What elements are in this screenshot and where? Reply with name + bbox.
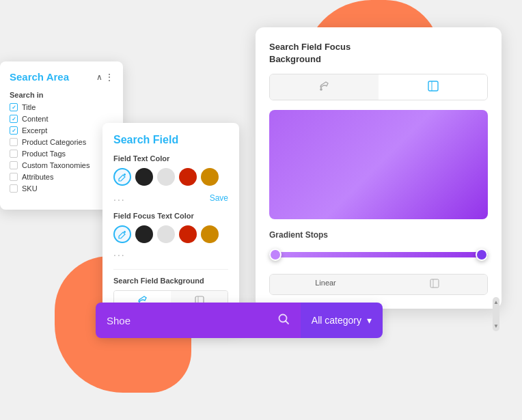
checkbox-title-label: Title <box>22 103 36 111</box>
collapse-icon[interactable]: ∧ <box>96 72 102 82</box>
checkbox-sku-label: SKU <box>22 184 38 193</box>
more-dots[interactable]: ··· <box>113 194 126 205</box>
search-input-text: Shoe <box>107 315 271 326</box>
focus-more-dots[interactable]: ··· <box>113 249 126 260</box>
gradient-stops-label: Gradient Stops <box>269 230 488 240</box>
check-title <box>10 103 18 111</box>
search-bar-overlay: Shoe All category ▾ <box>96 303 383 338</box>
search-area-title: Search Area <box>10 71 69 83</box>
panel-header: Search Area ∧ ⋮ <box>10 71 113 83</box>
focus-color-light[interactable] <box>157 225 175 243</box>
svg-line-11 <box>286 321 288 324</box>
field-text-color-label: Field Text Color <box>113 154 228 163</box>
linear-toggle-row: Linear <box>269 274 488 295</box>
search-field-panel: Search Field Field Text Color ··· Save F… <box>102 123 239 329</box>
checkbox-product-categories-label: Product Categories <box>22 138 86 146</box>
search-field-title: Search Field <box>113 134 228 146</box>
checkbox-product-tags[interactable]: Product Tags <box>10 150 113 158</box>
checkbox-excerpt-label: Excerpt <box>22 126 47 135</box>
color-black[interactable] <box>135 168 153 186</box>
svg-rect-6 <box>428 81 438 91</box>
check-excerpt <box>10 126 18 135</box>
checkbox-attributes-label: Attributes <box>22 173 53 181</box>
field-focus-color-row <box>113 225 228 243</box>
panel-header-icons: ∧ ⋮ <box>96 72 113 82</box>
color-picker-btn[interactable] <box>113 168 131 186</box>
field-bottom-row: ··· Save <box>113 191 228 205</box>
gradient-preview <box>269 110 488 219</box>
focus-color-picker-btn[interactable] <box>113 225 131 243</box>
category-label: All category <box>312 315 361 326</box>
scroll-down-arrow[interactable]: ▼ <box>493 323 499 329</box>
checkbox-title[interactable]: Title <box>10 103 113 111</box>
scroll-up-arrow[interactable]: ▲ <box>493 299 499 305</box>
checkbox-custom-taxonomies-label: Custom Taxonomies <box>22 161 90 169</box>
svg-point-0 <box>124 173 126 176</box>
focus-bg-panel: Search Field FocusBackground Gradient St… <box>256 27 502 309</box>
checkbox-product-categories[interactable]: Product Categories <box>10 138 113 146</box>
search-field-bg-label: Search Field Background <box>113 277 228 285</box>
gradient-handle-left[interactable] <box>269 249 281 261</box>
search-input-area[interactable]: Shoe <box>96 303 301 338</box>
svg-point-1 <box>124 231 126 233</box>
checkbox-content[interactable]: Content <box>10 115 113 123</box>
svg-point-5 <box>320 89 322 92</box>
color-light[interactable] <box>157 168 175 186</box>
search-in-label: Search in <box>10 91 113 99</box>
save-link[interactable]: Save <box>210 193 228 203</box>
scroll-indicator[interactable]: ▲ ▼ <box>493 297 499 331</box>
fbp-toggle-gradient[interactable] <box>379 74 487 100</box>
gradient-slider-row <box>269 247 488 263</box>
focus-color-black[interactable] <box>135 225 153 243</box>
check-custom-taxonomies <box>10 161 18 169</box>
check-product-categories <box>10 138 18 146</box>
checkbox-custom-taxonomies[interactable]: Custom Taxonomies <box>10 161 113 169</box>
focus-bg-title-text: Search Field FocusBackground <box>269 42 351 64</box>
check-sku <box>10 184 18 193</box>
checkbox-product-tags-label: Product Tags <box>22 150 66 158</box>
linear-section: Linear <box>269 274 488 295</box>
field-focus-text-color-label: Field Focus Text Color <box>113 212 228 220</box>
focus-color-red[interactable] <box>179 225 197 243</box>
gradient-track <box>269 252 488 257</box>
check-attributes <box>10 173 18 181</box>
svg-rect-8 <box>430 279 439 288</box>
checkbox-sku[interactable]: SKU <box>10 184 113 193</box>
category-button[interactable]: All category ▾ <box>301 303 383 338</box>
checkbox-attributes[interactable]: Attributes <box>10 173 113 181</box>
search-icon <box>277 313 290 328</box>
dropdown-icon: ▾ <box>367 315 372 326</box>
check-content <box>10 115 18 123</box>
more-icon[interactable]: ⋮ <box>105 72 113 82</box>
fbp-toggle-row <box>269 74 488 100</box>
linear-btn[interactable]: Linear <box>270 275 381 294</box>
focus-color-gold[interactable] <box>201 225 219 243</box>
fbp-toggle-paint[interactable] <box>270 74 379 100</box>
field-text-color-row <box>113 168 228 186</box>
color-gold[interactable] <box>201 168 219 186</box>
linear-grid-btn[interactable] <box>381 275 487 294</box>
focus-bg-title: Search Field FocusBackground <box>269 41 488 66</box>
checkbox-excerpt[interactable]: Excerpt <box>10 126 113 135</box>
color-red[interactable] <box>179 168 197 186</box>
checkbox-content-label: Content <box>22 115 49 123</box>
gradient-handle-right[interactable] <box>476 249 488 261</box>
check-product-tags <box>10 150 18 158</box>
